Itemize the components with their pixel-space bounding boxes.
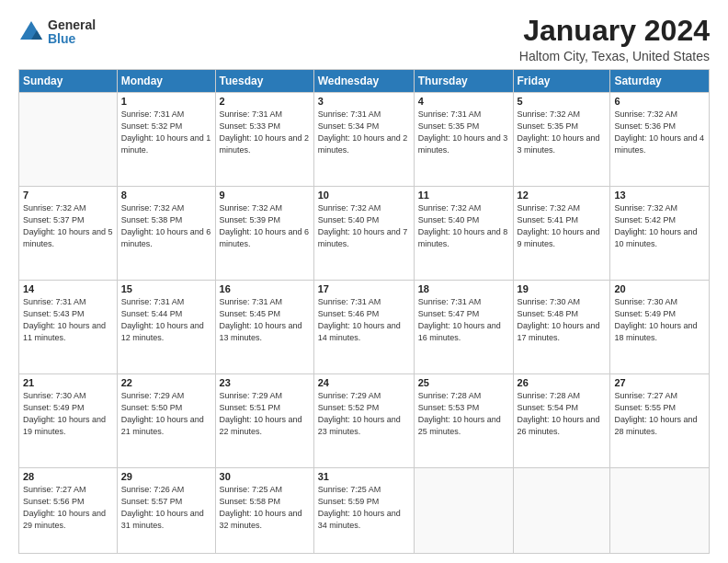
week-row-3: 14Sunrise: 7:31 AM Sunset: 5:43 PM Dayli…	[19, 280, 710, 373]
col-wednesday: Wednesday	[313, 70, 414, 93]
day-number: 5	[518, 96, 607, 107]
day-cell: 21Sunrise: 7:30 AM Sunset: 5:49 PM Dayli…	[19, 373, 118, 467]
day-number: 2	[220, 96, 310, 107]
day-cell: 20Sunrise: 7:30 AM Sunset: 5:49 PM Dayli…	[610, 280, 710, 373]
day-number: 9	[220, 190, 310, 201]
day-info: Sunrise: 7:32 AM Sunset: 5:41 PM Dayligh…	[518, 202, 607, 250]
col-saturday: Saturday	[610, 70, 710, 93]
title-block: January 2024 Haltom City, Texas, United …	[519, 15, 710, 63]
day-cell: 17Sunrise: 7:31 AM Sunset: 5:46 PM Dayli…	[313, 280, 414, 373]
day-info: Sunrise: 7:32 AM Sunset: 5:37 PM Dayligh…	[23, 202, 113, 250]
day-cell: 29Sunrise: 7:26 AM Sunset: 5:57 PM Dayli…	[117, 467, 215, 553]
day-number: 23	[220, 377, 310, 388]
col-thursday: Thursday	[414, 70, 513, 93]
day-number: 6	[614, 96, 705, 107]
day-info: Sunrise: 7:31 AM Sunset: 5:33 PM Dayligh…	[220, 109, 310, 156]
day-number: 1	[121, 96, 211, 107]
logo-text: General Blue	[48, 18, 96, 47]
logo-icon	[18, 19, 44, 45]
col-friday: Friday	[513, 70, 610, 93]
day-cell: 13Sunrise: 7:32 AM Sunset: 5:42 PM Dayli…	[610, 187, 710, 281]
logo-blue-text: Blue	[48, 32, 96, 46]
day-cell: 18Sunrise: 7:31 AM Sunset: 5:47 PM Dayli…	[414, 280, 513, 373]
day-info: Sunrise: 7:32 AM Sunset: 5:40 PM Dayligh…	[318, 202, 410, 250]
day-info: Sunrise: 7:31 AM Sunset: 5:34 PM Dayligh…	[318, 109, 410, 156]
day-cell: 19Sunrise: 7:30 AM Sunset: 5:48 PM Dayli…	[513, 280, 610, 373]
day-info: Sunrise: 7:32 AM Sunset: 5:39 PM Dayligh…	[220, 202, 310, 250]
day-info: Sunrise: 7:31 AM Sunset: 5:35 PM Dayligh…	[418, 109, 509, 156]
day-info: Sunrise: 7:32 AM Sunset: 5:40 PM Dayligh…	[418, 202, 509, 250]
day-cell: 9Sunrise: 7:32 AM Sunset: 5:39 PM Daylig…	[215, 187, 313, 281]
day-number: 15	[121, 283, 211, 294]
day-cell: 22Sunrise: 7:29 AM Sunset: 5:50 PM Dayli…	[117, 373, 215, 467]
day-cell: 12Sunrise: 7:32 AM Sunset: 5:41 PM Dayli…	[513, 187, 610, 281]
day-cell: 24Sunrise: 7:29 AM Sunset: 5:52 PM Dayli…	[313, 373, 414, 467]
day-info: Sunrise: 7:26 AM Sunset: 5:57 PM Dayligh…	[121, 484, 211, 532]
day-info: Sunrise: 7:32 AM Sunset: 5:42 PM Dayligh…	[614, 202, 705, 250]
logo-general-text: General	[48, 18, 96, 32]
day-number: 27	[614, 377, 705, 388]
day-info: Sunrise: 7:27 AM Sunset: 5:55 PM Dayligh…	[614, 390, 705, 438]
day-info: Sunrise: 7:31 AM Sunset: 5:44 PM Dayligh…	[121, 296, 211, 344]
day-cell: 30Sunrise: 7:25 AM Sunset: 5:58 PM Dayli…	[215, 467, 313, 553]
day-cell: 10Sunrise: 7:32 AM Sunset: 5:40 PM Dayli…	[313, 187, 414, 281]
day-cell: 8Sunrise: 7:32 AM Sunset: 5:38 PM Daylig…	[117, 187, 215, 281]
day-cell	[513, 467, 610, 553]
day-cell	[414, 467, 513, 553]
calendar-page: General Blue January 2024 Haltom City, T…	[0, 0, 728, 563]
day-info: Sunrise: 7:31 AM Sunset: 5:47 PM Dayligh…	[418, 296, 509, 344]
day-number: 25	[418, 377, 509, 388]
day-info: Sunrise: 7:30 AM Sunset: 5:49 PM Dayligh…	[614, 296, 705, 344]
day-info: Sunrise: 7:32 AM Sunset: 5:38 PM Dayligh…	[121, 202, 211, 250]
day-info: Sunrise: 7:29 AM Sunset: 5:52 PM Dayligh…	[318, 390, 410, 438]
header: General Blue January 2024 Haltom City, T…	[18, 15, 710, 63]
day-number: 7	[23, 190, 113, 201]
day-info: Sunrise: 7:27 AM Sunset: 5:56 PM Dayligh…	[23, 484, 113, 532]
day-cell: 14Sunrise: 7:31 AM Sunset: 5:43 PM Dayli…	[19, 280, 118, 373]
day-info: Sunrise: 7:30 AM Sunset: 5:48 PM Dayligh…	[518, 296, 607, 344]
location: Haltom City, Texas, United States	[519, 49, 710, 63]
day-cell: 15Sunrise: 7:31 AM Sunset: 5:44 PM Dayli…	[117, 280, 215, 373]
day-number: 8	[121, 190, 211, 201]
day-info: Sunrise: 7:32 AM Sunset: 5:36 PM Dayligh…	[614, 109, 705, 156]
day-number: 31	[318, 471, 410, 482]
day-number: 28	[23, 471, 113, 482]
day-cell: 25Sunrise: 7:28 AM Sunset: 5:53 PM Dayli…	[414, 373, 513, 467]
day-number: 4	[418, 96, 509, 107]
week-row-5: 28Sunrise: 7:27 AM Sunset: 5:56 PM Dayli…	[19, 467, 710, 553]
day-cell: 1Sunrise: 7:31 AM Sunset: 5:32 PM Daylig…	[117, 93, 215, 187]
week-row-1: 1Sunrise: 7:31 AM Sunset: 5:32 PM Daylig…	[19, 93, 710, 187]
day-number: 10	[318, 190, 410, 201]
day-cell: 5Sunrise: 7:32 AM Sunset: 5:35 PM Daylig…	[513, 93, 610, 187]
day-number: 24	[318, 377, 410, 388]
day-cell: 3Sunrise: 7:31 AM Sunset: 5:34 PM Daylig…	[313, 93, 414, 187]
day-cell: 2Sunrise: 7:31 AM Sunset: 5:33 PM Daylig…	[215, 93, 313, 187]
day-number: 30	[220, 471, 310, 482]
day-info: Sunrise: 7:29 AM Sunset: 5:51 PM Dayligh…	[220, 390, 310, 438]
calendar-table: Sunday Monday Tuesday Wednesday Thursday…	[18, 69, 710, 554]
day-cell: 26Sunrise: 7:28 AM Sunset: 5:54 PM Dayli…	[513, 373, 610, 467]
day-info: Sunrise: 7:25 AM Sunset: 5:59 PM Dayligh…	[318, 484, 410, 532]
day-info: Sunrise: 7:31 AM Sunset: 5:45 PM Dayligh…	[220, 296, 310, 344]
day-number: 16	[220, 283, 310, 294]
day-cell: 16Sunrise: 7:31 AM Sunset: 5:45 PM Dayli…	[215, 280, 313, 373]
day-info: Sunrise: 7:30 AM Sunset: 5:49 PM Dayligh…	[23, 390, 113, 438]
day-cell: 27Sunrise: 7:27 AM Sunset: 5:55 PM Dayli…	[610, 373, 710, 467]
day-cell	[19, 93, 118, 187]
day-number: 12	[518, 190, 607, 201]
col-monday: Monday	[117, 70, 215, 93]
day-number: 13	[614, 190, 705, 201]
day-cell: 4Sunrise: 7:31 AM Sunset: 5:35 PM Daylig…	[414, 93, 513, 187]
day-number: 20	[614, 283, 705, 294]
col-sunday: Sunday	[19, 70, 118, 93]
day-info: Sunrise: 7:28 AM Sunset: 5:54 PM Dayligh…	[518, 390, 607, 438]
week-row-4: 21Sunrise: 7:30 AM Sunset: 5:49 PM Dayli…	[19, 373, 710, 467]
day-info: Sunrise: 7:28 AM Sunset: 5:53 PM Dayligh…	[418, 390, 509, 438]
month-title: January 2024	[519, 15, 710, 47]
logo: General Blue	[18, 18, 96, 47]
day-cell: 31Sunrise: 7:25 AM Sunset: 5:59 PM Dayli…	[313, 467, 414, 553]
day-cell: 23Sunrise: 7:29 AM Sunset: 5:51 PM Dayli…	[215, 373, 313, 467]
day-number: 26	[518, 377, 607, 388]
col-tuesday: Tuesday	[215, 70, 313, 93]
day-cell: 7Sunrise: 7:32 AM Sunset: 5:37 PM Daylig…	[19, 187, 118, 281]
